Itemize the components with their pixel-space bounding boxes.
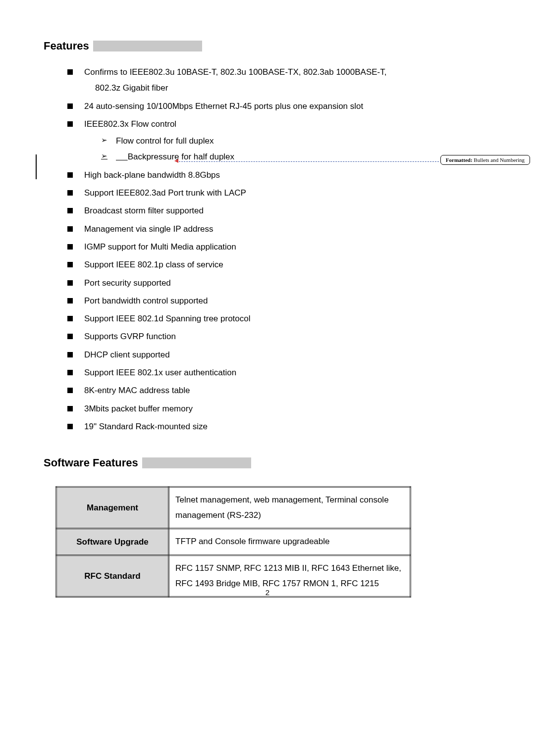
list-item: Support IEEE 802.1x user authentication	[67, 365, 491, 381]
software-features-heading: Software Features	[44, 456, 491, 469]
list-item-text: Support IEEE802.3ad Port trunk with LACP	[84, 188, 246, 198]
list-item: 8K-entry MAC address table	[67, 383, 491, 399]
list-item-text: Port bandwidth control supported	[84, 296, 208, 305]
sublist-item-text: Backpressure for half duplex	[128, 152, 234, 161]
list-item-text: IEEE802.3x Flow control	[84, 119, 176, 129]
list-item-text: 8K-entry MAC address table	[84, 386, 190, 395]
list-item: Port bandwidth control supported	[67, 293, 491, 309]
list-item: Support IEEE802.3ad Port trunk with LACP	[67, 185, 491, 201]
table-value-cell: TFTP and Console firmware upgradeable	[169, 529, 411, 555]
list-item-text: 19" Standard Rack-mounted size	[84, 422, 208, 431]
list-item-text: Confirms to IEEE802.3u 10BASE-T, 802.3u …	[84, 67, 386, 77]
arrow-icon: ➢	[101, 133, 107, 148]
list-item-continuation: 802.3z Gigabit fiber	[95, 80, 491, 96]
list-item: IGMP support for Multi Media application	[67, 239, 491, 255]
table-row: Software Upgrade TFTP and Console firmwa…	[56, 529, 411, 555]
revision-mark	[36, 168, 37, 179]
list-item-text: Support IEEE 802.1d Spanning tree protoc…	[84, 314, 251, 323]
sublist-item: ➢ Flow control for full duplex	[101, 133, 491, 149]
list-item-text: High back-plane bandwidth 8.8Gbps	[84, 170, 220, 180]
revision-mark	[36, 154, 37, 168]
list-item: Confirms to IEEE802.3u 10BASE-T, 802.3u …	[67, 64, 491, 97]
software-features-heading-text: Software Features	[44, 456, 138, 469]
heading-decoration	[142, 457, 251, 468]
list-item: 24 auto-sensing 10/100Mbps Ethernet RJ-4…	[67, 99, 491, 114]
list-item-text: IGMP support for Multi Media application	[84, 242, 236, 252]
sublist-item-text: Flow control for full duplex	[116, 136, 214, 146]
list-item: 3Mbits packet buffer memory	[67, 401, 491, 417]
table-header-cell: Management	[56, 487, 169, 529]
comment-label: Formatted:	[446, 157, 473, 163]
edit-underline	[116, 152, 128, 161]
page-number: 2	[0, 588, 535, 597]
comment-leader-line	[176, 161, 439, 162]
list-item-text: Broadcast storm filter supported	[84, 206, 204, 215]
list-item: High back-plane bandwidth 8.8Gbps	[67, 167, 491, 183]
comment-balloon: Formatted: Bullets and Numbering	[440, 155, 530, 165]
list-item-text: Port security supported	[84, 278, 171, 288]
comment-arrow-icon	[174, 159, 178, 163]
list-item: DHCP client supported	[67, 347, 491, 363]
features-heading: Features	[44, 40, 491, 52]
table-value-cell: Telnet management, web management, Termi…	[169, 487, 411, 529]
features-list: Confirms to IEEE802.3u 10BASE-T, 802.3u …	[67, 64, 491, 435]
table-row: Management Telnet management, web manage…	[56, 487, 411, 529]
table-header-cell: Software Upgrade	[56, 529, 169, 555]
list-item-text: DHCP client supported	[84, 350, 170, 359]
list-item-text: Support IEEE 802.1p class of service	[84, 260, 223, 269]
software-features-table: Management Telnet management, web manage…	[55, 486, 411, 598]
list-item-text: Supports GVRP function	[84, 332, 176, 341]
list-item-text: Management via single IP address	[84, 224, 214, 234]
comment-text: Bullets and Numbering	[473, 157, 525, 163]
heading-decoration	[93, 41, 202, 51]
list-item: 19" Standard Rack-mounted size	[67, 419, 491, 435]
list-item: Broadcast storm filter supported	[67, 203, 491, 219]
flow-control-sublist: ➢ Flow control for full duplex ➢ Backpre…	[101, 133, 491, 165]
sublist-item-edited: ➢ Backpressure for half duplex	[101, 149, 491, 165]
list-item: Support IEEE 802.1p class of service	[67, 257, 491, 273]
list-item: Supports GVRP function	[67, 329, 491, 345]
list-item-text: 24 auto-sensing 10/100Mbps Ethernet RJ-4…	[84, 101, 363, 111]
list-item-text: Support IEEE 802.1x user authentication	[84, 368, 236, 377]
list-item-text: 3Mbits packet buffer memory	[84, 404, 193, 413]
features-heading-text: Features	[44, 40, 89, 52]
list-item: Support IEEE 802.1d Spanning tree protoc…	[67, 311, 491, 327]
arrow-icon: ➢	[101, 149, 107, 163]
list-item: Port security supported	[67, 275, 491, 291]
list-item: IEEE802.3x Flow control ➢ Flow control f…	[67, 116, 491, 165]
list-item: Management via single IP address	[67, 221, 491, 237]
